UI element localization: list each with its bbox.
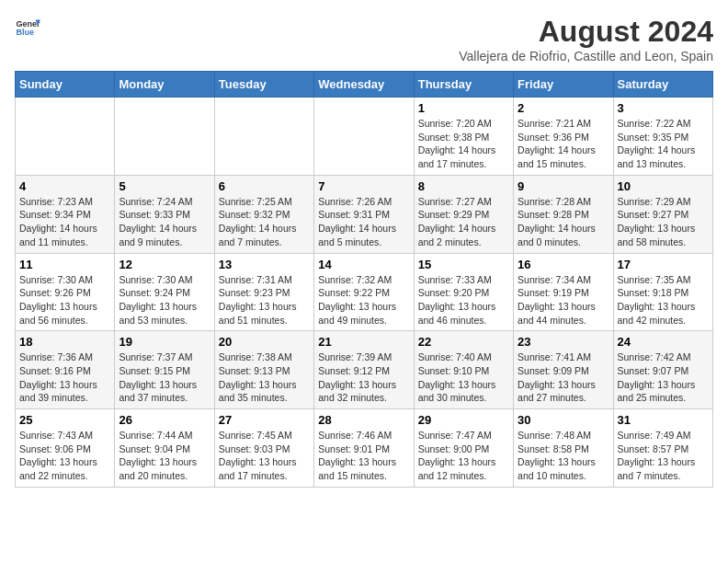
calendar-week-5: 25Sunrise: 7:43 AM Sunset: 9:06 PM Dayli… <box>16 409 713 488</box>
day-info: Sunrise: 7:26 AM Sunset: 9:31 PM Dayligh… <box>318 195 409 249</box>
weekday-header-wednesday: Wednesday <box>314 72 414 98</box>
calendar-cell: 2Sunrise: 7:21 AM Sunset: 9:36 PM Daylig… <box>514 98 613 176</box>
calendar-cell: 8Sunrise: 7:27 AM Sunset: 9:29 PM Daylig… <box>414 175 513 253</box>
day-number: 11 <box>19 258 110 271</box>
day-number: 16 <box>518 258 609 271</box>
weekday-header-thursday: Thursday <box>414 72 513 98</box>
day-number: 26 <box>119 413 210 427</box>
weekday-header-sunday: Sunday <box>16 72 115 98</box>
day-number: 18 <box>19 335 110 349</box>
day-number: 21 <box>318 335 409 349</box>
calendar-week-3: 11Sunrise: 7:30 AM Sunset: 9:26 PM Dayli… <box>16 253 713 331</box>
calendar-cell: 23Sunrise: 7:41 AM Sunset: 9:09 PM Dayli… <box>514 331 613 409</box>
logo: General Blue <box>15 15 40 40</box>
day-info: Sunrise: 7:25 AM Sunset: 9:32 PM Dayligh… <box>219 195 310 249</box>
calendar-header: SundayMondayTuesdayWednesdayThursdayFrid… <box>16 72 713 98</box>
calendar-cell: 17Sunrise: 7:35 AM Sunset: 9:18 PM Dayli… <box>613 253 712 331</box>
calendar-cell: 7Sunrise: 7:26 AM Sunset: 9:31 PM Daylig… <box>314 175 414 253</box>
day-info: Sunrise: 7:43 AM Sunset: 9:06 PM Dayligh… <box>19 429 110 483</box>
day-number: 9 <box>518 179 609 193</box>
calendar-cell: 16Sunrise: 7:34 AM Sunset: 9:19 PM Dayli… <box>514 253 613 331</box>
calendar-week-1: 1Sunrise: 7:20 AM Sunset: 9:38 PM Daylig… <box>16 98 713 176</box>
day-number: 4 <box>19 179 110 193</box>
calendar-week-2: 4Sunrise: 7:23 AM Sunset: 9:34 PM Daylig… <box>16 175 713 253</box>
day-number: 17 <box>618 258 709 271</box>
day-number: 15 <box>418 258 509 271</box>
calendar-cell: 18Sunrise: 7:36 AM Sunset: 9:16 PM Dayli… <box>16 331 115 409</box>
day-number: 7 <box>318 179 409 193</box>
day-info: Sunrise: 7:41 AM Sunset: 9:09 PM Dayligh… <box>518 350 609 405</box>
day-number: 5 <box>119 179 210 193</box>
day-number: 12 <box>119 258 210 271</box>
weekday-header-tuesday: Tuesday <box>214 72 313 98</box>
day-number: 31 <box>618 413 709 427</box>
day-info: Sunrise: 7:39 AM Sunset: 9:12 PM Dayligh… <box>318 350 409 405</box>
calendar-cell: 14Sunrise: 7:32 AM Sunset: 9:22 PM Dayli… <box>314 253 414 331</box>
day-info: Sunrise: 7:24 AM Sunset: 9:33 PM Dayligh… <box>119 195 210 249</box>
svg-text:Blue: Blue <box>16 28 34 37</box>
day-number: 19 <box>119 335 210 349</box>
calendar-cell: 5Sunrise: 7:24 AM Sunset: 9:33 PM Daylig… <box>115 175 214 253</box>
day-info: Sunrise: 7:30 AM Sunset: 9:24 PM Dayligh… <box>119 273 210 327</box>
day-number: 29 <box>418 413 509 427</box>
day-info: Sunrise: 7:20 AM Sunset: 9:38 PM Dayligh… <box>418 117 509 171</box>
calendar-cell: 13Sunrise: 7:31 AM Sunset: 9:23 PM Dayli… <box>214 253 313 331</box>
day-info: Sunrise: 7:33 AM Sunset: 9:20 PM Dayligh… <box>418 273 509 327</box>
calendar-cell: 15Sunrise: 7:33 AM Sunset: 9:20 PM Dayli… <box>414 253 513 331</box>
day-info: Sunrise: 7:29 AM Sunset: 9:27 PM Dayligh… <box>618 195 709 249</box>
month-year-title: August 2024 <box>459 15 713 49</box>
weekday-header-monday: Monday <box>115 72 214 98</box>
day-info: Sunrise: 7:44 AM Sunset: 9:04 PM Dayligh… <box>119 429 210 483</box>
day-info: Sunrise: 7:49 AM Sunset: 8:57 PM Dayligh… <box>618 429 709 483</box>
calendar-cell: 4Sunrise: 7:23 AM Sunset: 9:34 PM Daylig… <box>16 175 115 253</box>
day-number: 8 <box>418 179 509 193</box>
day-info: Sunrise: 7:34 AM Sunset: 9:19 PM Dayligh… <box>518 273 609 327</box>
calendar-cell <box>214 98 313 176</box>
day-number: 20 <box>219 335 310 349</box>
calendar-cell: 28Sunrise: 7:46 AM Sunset: 9:01 PM Dayli… <box>314 409 414 488</box>
day-info: Sunrise: 7:28 AM Sunset: 9:28 PM Dayligh… <box>518 195 609 249</box>
calendar-cell: 6Sunrise: 7:25 AM Sunset: 9:32 PM Daylig… <box>214 175 313 253</box>
calendar-cell: 12Sunrise: 7:30 AM Sunset: 9:24 PM Dayli… <box>115 253 214 331</box>
calendar-cell: 25Sunrise: 7:43 AM Sunset: 9:06 PM Dayli… <box>16 409 115 488</box>
calendar-table: SundayMondayTuesdayWednesdayThursdayFrid… <box>15 71 713 488</box>
calendar-cell: 29Sunrise: 7:47 AM Sunset: 9:00 PM Dayli… <box>414 409 513 488</box>
day-number: 25 <box>19 413 110 427</box>
day-info: Sunrise: 7:47 AM Sunset: 9:00 PM Dayligh… <box>418 429 509 483</box>
day-number: 14 <box>318 258 409 271</box>
weekday-header-saturday: Saturday <box>613 72 712 98</box>
calendar-cell: 30Sunrise: 7:48 AM Sunset: 8:58 PM Dayli… <box>514 409 613 488</box>
day-info: Sunrise: 7:22 AM Sunset: 9:35 PM Dayligh… <box>618 117 709 171</box>
day-info: Sunrise: 7:40 AM Sunset: 9:10 PM Dayligh… <box>418 350 509 405</box>
calendar-cell: 1Sunrise: 7:20 AM Sunset: 9:38 PM Daylig… <box>414 98 513 176</box>
day-number: 6 <box>219 179 310 193</box>
calendar-cell: 21Sunrise: 7:39 AM Sunset: 9:12 PM Dayli… <box>314 331 414 409</box>
day-info: Sunrise: 7:36 AM Sunset: 9:16 PM Dayligh… <box>19 350 110 405</box>
day-info: Sunrise: 7:31 AM Sunset: 9:23 PM Dayligh… <box>219 273 310 327</box>
calendar-cell: 27Sunrise: 7:45 AM Sunset: 9:03 PM Dayli… <box>214 409 313 488</box>
page-header: General Blue August 2024 Vallejera de Ri… <box>15 15 713 63</box>
day-info: Sunrise: 7:21 AM Sunset: 9:36 PM Dayligh… <box>518 117 609 171</box>
day-info: Sunrise: 7:48 AM Sunset: 8:58 PM Dayligh… <box>518 429 609 483</box>
calendar-cell: 26Sunrise: 7:44 AM Sunset: 9:04 PM Dayli… <box>115 409 214 488</box>
calendar-cell: 9Sunrise: 7:28 AM Sunset: 9:28 PM Daylig… <box>514 175 613 253</box>
calendar-cell: 24Sunrise: 7:42 AM Sunset: 9:07 PM Dayli… <box>613 331 712 409</box>
day-number: 13 <box>219 258 310 271</box>
title-block: August 2024 Vallejera de Riofrio, Castil… <box>459 15 713 63</box>
day-number: 24 <box>618 335 709 349</box>
day-number: 2 <box>518 101 609 115</box>
day-info: Sunrise: 7:38 AM Sunset: 9:13 PM Dayligh… <box>219 350 310 405</box>
day-number: 3 <box>618 101 709 115</box>
day-info: Sunrise: 7:46 AM Sunset: 9:01 PM Dayligh… <box>318 429 409 483</box>
day-number: 27 <box>219 413 310 427</box>
day-number: 30 <box>518 413 609 427</box>
day-info: Sunrise: 7:42 AM Sunset: 9:07 PM Dayligh… <box>618 350 709 405</box>
day-info: Sunrise: 7:37 AM Sunset: 9:15 PM Dayligh… <box>119 350 210 405</box>
location-subtitle: Vallejera de Riofrio, Castille and Leon,… <box>459 49 713 63</box>
day-number: 1 <box>418 101 509 115</box>
calendar-cell: 11Sunrise: 7:30 AM Sunset: 9:26 PM Dayli… <box>16 253 115 331</box>
calendar-cell <box>314 98 414 176</box>
calendar-cell <box>16 98 115 176</box>
calendar-cell: 31Sunrise: 7:49 AM Sunset: 8:57 PM Dayli… <box>613 409 712 488</box>
calendar-cell <box>115 98 214 176</box>
